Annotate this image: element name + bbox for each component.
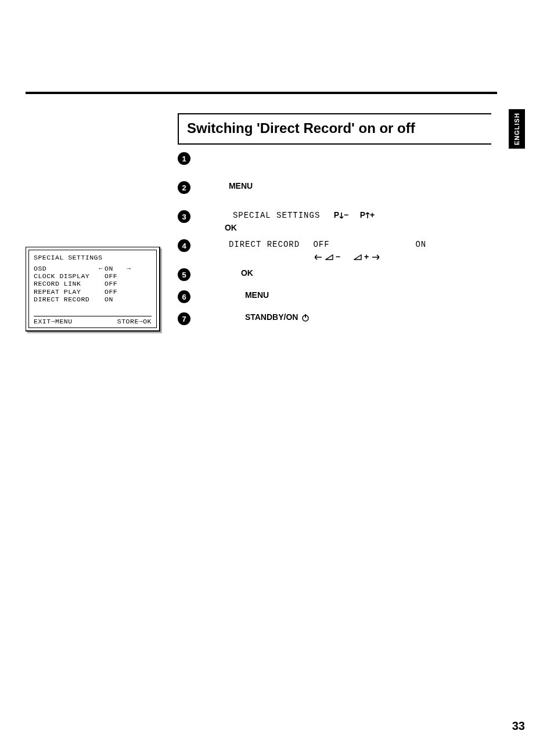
p-down-button: P−: [334, 210, 351, 219]
osd-row-label: OSD: [34, 265, 98, 272]
divider: [34, 316, 152, 316]
step-number-2: 2: [178, 181, 190, 194]
step-2: 2 xxxxxx MENU: [178, 180, 491, 206]
right-arrow-icon: [371, 254, 379, 260]
osd-title: SPECIAL SETTINGS: [34, 254, 152, 261]
special-settings-label: SPECIAL SETTINGS: [233, 211, 320, 220]
step-number-7: 7: [178, 312, 190, 325]
menu-button-label: MENU: [229, 181, 253, 190]
osd-row-value: ON: [105, 296, 125, 303]
section-title-box: Switching 'Direct Record' on or off: [178, 113, 491, 145]
vol-up-button: +: [354, 252, 379, 261]
triangle-right-icon: [325, 254, 333, 260]
step-number-3: 3: [178, 210, 190, 223]
osd-row: REPEAT PLAY OFF: [34, 288, 152, 296]
step-1: 1: [178, 151, 491, 177]
language-tab: ENGLISH: [509, 109, 525, 149]
osd-row-label: REPEAT PLAY: [34, 288, 98, 296]
direct-record-label: DIRECT RECORD: [229, 240, 300, 249]
osd-screen: SPECIAL SETTINGS OSD ← ON → CLOCK DISPLA…: [26, 247, 160, 332]
osd-row-value: OFF: [105, 272, 125, 280]
ok-button-label: OK: [225, 223, 237, 232]
osd-row: DIRECT RECORD ON: [34, 296, 152, 303]
off-label: OFF: [313, 240, 329, 249]
vol-down-button: −: [315, 252, 343, 261]
osd-row-value: ON: [105, 265, 125, 272]
steps-list: 1 2 xxxxxx MENU 3 xxxxxxx SPECIAL SETTIN…: [178, 151, 491, 333]
step-7: 7 xxxxxxxxxx STANDBY/ON: [178, 311, 491, 330]
osd-rows: OSD ← ON → CLOCK DISPLAY OFF RECORD LINK…: [34, 265, 152, 303]
step-6: 6 xxxxxxxxxx MENU: [178, 289, 491, 308]
on-label: ON: [415, 240, 426, 249]
osd-row-value: OFF: [105, 280, 125, 287]
osd-row-label: RECORD LINK: [34, 280, 98, 287]
page-number: 33: [512, 719, 525, 733]
osd-footer-left: EXIT→MENU: [34, 318, 73, 325]
left-arrow-icon: ←: [98, 265, 105, 272]
osd-row: CLOCK DISPLAY OFF: [34, 272, 152, 280]
step-number-6: 6: [178, 290, 190, 303]
ok-button-label-2: OK: [241, 268, 253, 278]
menu-button-label-2: MENU: [245, 290, 269, 300]
standby-on-button-label: STANDBY/ON: [245, 312, 298, 322]
osd-row-label: DIRECT RECORD: [34, 296, 98, 303]
left-arrow-icon: [315, 254, 323, 260]
step-number-1: 1: [178, 152, 190, 165]
step-number-4: 4: [178, 239, 190, 252]
osd-row: OSD ← ON →: [34, 265, 152, 272]
power-icon: [301, 314, 310, 322]
osd-footer-right: STORE→OK: [117, 318, 152, 325]
step-number-5: 5: [178, 268, 190, 281]
triangle-right-icon: [354, 254, 362, 260]
right-arrow-icon: →: [125, 265, 132, 272]
step-3: 3 xxxxxxx SPECIAL SETTINGS P− P+ xxxxx O…: [178, 209, 491, 235]
osd-row-label: CLOCK DISPLAY: [34, 272, 98, 280]
up-arrow-icon: [365, 212, 370, 219]
osd-footer: EXIT→MENU STORE→OK: [34, 318, 152, 325]
step-4: 4 xxxxxx DIRECT RECORD OFF ON − +: [178, 238, 491, 264]
osd-row: RECORD LINK OFF: [34, 280, 152, 287]
p-up-button: P+: [360, 210, 375, 219]
horizontal-rule: [26, 92, 497, 94]
down-arrow-icon: [339, 212, 344, 219]
osd-row-value: OFF: [105, 288, 125, 296]
step-5: 5 xxxxxxxxx OK: [178, 267, 491, 286]
section-title: Switching 'Direct Record' on or off: [187, 120, 483, 136]
